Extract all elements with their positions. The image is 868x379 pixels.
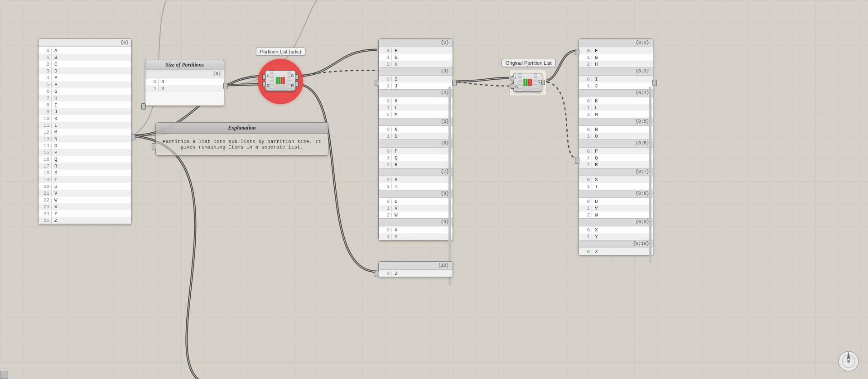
item-index: 0	[582, 149, 592, 154]
input-S[interactable]: S	[515, 85, 518, 89]
list-item: 1B	[39, 54, 131, 61]
scrollbar[interactable]	[649, 86, 651, 263]
item-value: X	[592, 227, 650, 233]
panel-result-chunks[interactable]: {2}0F1G2H{3}0I1J{4}0K1L2M{5}0N1O{6}0P1Q2…	[378, 38, 453, 240]
item-value: M	[592, 112, 650, 117]
panel-input-port[interactable]	[575, 49, 579, 55]
panel-alphabet[interactable]: {0} 0A1B2C3D4E5F6G7H8I9J10K11L12M13N14O1…	[38, 38, 132, 224]
list-item: 15P	[39, 149, 131, 156]
branch-path: {0;4}	[579, 89, 653, 97]
output-R[interactable]: R	[291, 83, 294, 88]
item-index: 0	[582, 48, 592, 53]
item-value: G	[592, 55, 650, 60]
item-value: H	[52, 96, 129, 101]
item-index: 0	[582, 127, 592, 132]
item-value: S	[592, 177, 650, 182]
panel-output-port[interactable]	[652, 80, 657, 86]
output-C[interactable]: C	[291, 73, 294, 78]
panel-output-port[interactable]	[131, 134, 135, 140]
item-value: J	[392, 83, 450, 89]
input-L[interactable]: L	[515, 76, 517, 80]
panel-path-header: {0}	[145, 70, 224, 78]
list-item: 0F	[379, 47, 453, 54]
item-value: W	[392, 212, 450, 218]
list-item: 21V	[39, 190, 131, 197]
list-item: 1V	[579, 205, 653, 211]
panel-result-remainder[interactable]: {10}0Z	[378, 261, 453, 277]
item-index: 0	[582, 199, 592, 204]
item-value: I	[392, 77, 450, 82]
item-index: 8	[41, 102, 52, 108]
list-item: 5F	[39, 81, 131, 88]
corner-handle[interactable]	[0, 371, 8, 379]
item-value: S	[392, 177, 450, 182]
item-value: S	[52, 170, 129, 176]
item-index: 1	[381, 83, 392, 89]
list-item: 0Z	[379, 270, 453, 277]
list-item: 1G	[579, 54, 653, 61]
input-L[interactable]: L	[267, 73, 269, 78]
item-value: T	[592, 184, 650, 189]
item-index: 1	[381, 105, 392, 110]
item-value: H	[392, 62, 450, 67]
panel-input-port[interactable]	[152, 143, 156, 149]
item-index: 1	[381, 134, 392, 139]
item-value: N	[392, 127, 450, 132]
panel-size-of-partitions[interactable]: Size of Partitions {0} 0312	[145, 60, 224, 106]
item-value: Q	[392, 155, 450, 161]
item-value: 3	[159, 79, 221, 85]
panel-input-port[interactable]	[141, 103, 146, 110]
item-value: Y	[52, 211, 129, 216]
item-index: 2	[381, 162, 392, 168]
list-item: 17R	[39, 163, 131, 169]
compass-widget[interactable]	[837, 350, 860, 373]
list-item: 19T	[39, 176, 131, 183]
item-index: 22	[41, 197, 52, 203]
panel-result-original[interactable]: {0;2}0F1G2H{0;3}0I1J{0;4}0K1L2M{0;5}0N1O…	[579, 38, 653, 255]
list-item: 3D	[39, 67, 131, 74]
output-C[interactable]: C	[538, 79, 541, 84]
item-index: 2	[582, 162, 592, 168]
item-value: C	[52, 62, 129, 67]
grasshopper-canvas[interactable]: {0} 0A1B2C3D4E5F6G7H8I9J10K11L12M13N14O1…	[0, 0, 868, 379]
item-value: D	[52, 68, 129, 74]
item-index: 1	[582, 105, 592, 110]
item-index: 1	[582, 55, 592, 60]
component-original-partition-list[interactable]: L S C	[513, 73, 542, 92]
panel-title: Size of Partitions	[145, 60, 224, 70]
panel-input-port[interactable]	[575, 158, 579, 164]
panel-output-port[interactable]	[223, 83, 228, 89]
item-index: 9	[41, 109, 52, 115]
panel-explanation[interactable]: Explanation Partition a list into sub-li…	[155, 122, 328, 156]
item-index: 1	[381, 155, 392, 161]
item-index: 0	[582, 227, 592, 233]
list-item: 18S	[39, 169, 131, 176]
list-item: 0X	[579, 226, 653, 233]
scrollbar[interactable]	[448, 86, 451, 286]
item-index: 0	[41, 48, 52, 53]
list-item: 03	[145, 78, 224, 85]
item-index: 1	[381, 55, 392, 60]
item-index: 16	[41, 157, 52, 162]
partition-icon	[524, 79, 532, 86]
panel-input-port[interactable]	[375, 80, 379, 86]
item-index: 1	[582, 234, 592, 240]
list-item: 0X	[379, 226, 453, 233]
list-item: 4E	[39, 74, 131, 81]
list-item: 0I	[579, 76, 653, 82]
branch-path: {0;5}	[579, 118, 653, 126]
component-partition-list-adv[interactable]: L S C R	[265, 70, 296, 91]
item-value: N	[52, 136, 129, 142]
list-item: 1J	[379, 82, 453, 89]
item-index: 12	[41, 130, 52, 135]
panel-output-port[interactable]	[452, 80, 457, 86]
panel-input-port[interactable]	[375, 271, 379, 277]
list-item: 1Y	[379, 233, 453, 240]
list-item: 14O	[39, 142, 131, 149]
item-value: R	[592, 162, 650, 168]
item-value: L	[592, 105, 650, 110]
input-S[interactable]: S	[267, 83, 270, 88]
list-item: 0I	[379, 76, 453, 82]
item-index: 0	[582, 177, 592, 182]
item-value: X	[392, 227, 450, 233]
